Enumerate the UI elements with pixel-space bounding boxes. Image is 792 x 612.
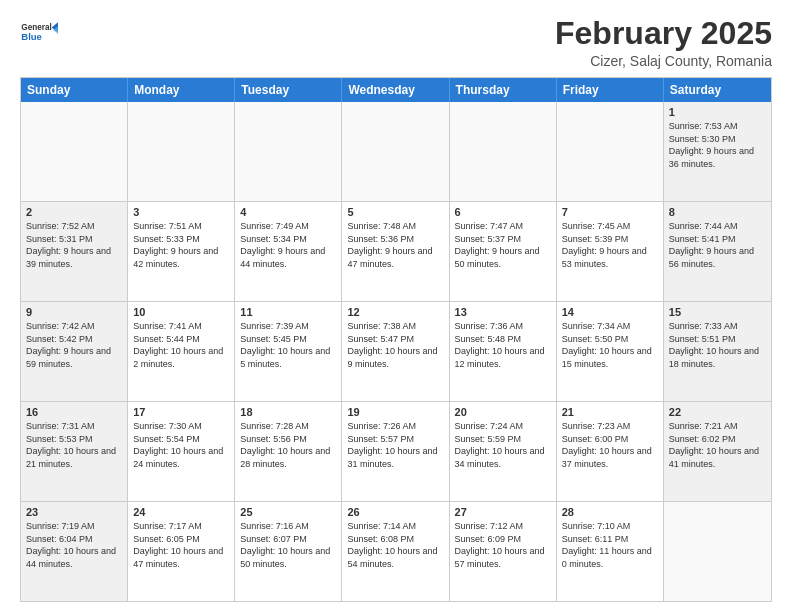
calendar-cell: 21Sunrise: 7:23 AM Sunset: 6:00 PM Dayli… xyxy=(557,402,664,501)
day-info: Sunrise: 7:14 AM Sunset: 6:08 PM Dayligh… xyxy=(347,520,443,570)
calendar-cell: 7Sunrise: 7:45 AM Sunset: 5:39 PM Daylig… xyxy=(557,202,664,301)
calendar-cell: 19Sunrise: 7:26 AM Sunset: 5:57 PM Dayli… xyxy=(342,402,449,501)
day-number: 5 xyxy=(347,206,443,218)
day-number: 23 xyxy=(26,506,122,518)
calendar-cell: 4Sunrise: 7:49 AM Sunset: 5:34 PM Daylig… xyxy=(235,202,342,301)
calendar-cell xyxy=(664,502,771,601)
header-day-monday: Monday xyxy=(128,78,235,102)
calendar-cell xyxy=(21,102,128,201)
calendar-cell: 8Sunrise: 7:44 AM Sunset: 5:41 PM Daylig… xyxy=(664,202,771,301)
calendar-cell: 25Sunrise: 7:16 AM Sunset: 6:07 PM Dayli… xyxy=(235,502,342,601)
calendar: SundayMondayTuesdayWednesdayThursdayFrid… xyxy=(20,77,772,602)
calendar-cell xyxy=(450,102,557,201)
logo: General Blue xyxy=(20,16,58,54)
calendar-cell xyxy=(128,102,235,201)
day-info: Sunrise: 7:52 AM Sunset: 5:31 PM Dayligh… xyxy=(26,220,122,270)
calendar-cell: 15Sunrise: 7:33 AM Sunset: 5:51 PM Dayli… xyxy=(664,302,771,401)
day-info: Sunrise: 7:30 AM Sunset: 5:54 PM Dayligh… xyxy=(133,420,229,470)
day-info: Sunrise: 7:31 AM Sunset: 5:53 PM Dayligh… xyxy=(26,420,122,470)
day-info: Sunrise: 7:10 AM Sunset: 6:11 PM Dayligh… xyxy=(562,520,658,570)
day-number: 6 xyxy=(455,206,551,218)
header-day-tuesday: Tuesday xyxy=(235,78,342,102)
calendar-cell: 22Sunrise: 7:21 AM Sunset: 6:02 PM Dayli… xyxy=(664,402,771,501)
day-number: 19 xyxy=(347,406,443,418)
day-number: 24 xyxy=(133,506,229,518)
calendar-cell: 27Sunrise: 7:12 AM Sunset: 6:09 PM Dayli… xyxy=(450,502,557,601)
day-info: Sunrise: 7:48 AM Sunset: 5:36 PM Dayligh… xyxy=(347,220,443,270)
day-number: 28 xyxy=(562,506,658,518)
day-info: Sunrise: 7:12 AM Sunset: 6:09 PM Dayligh… xyxy=(455,520,551,570)
calendar-cell: 18Sunrise: 7:28 AM Sunset: 5:56 PM Dayli… xyxy=(235,402,342,501)
calendar-cell: 5Sunrise: 7:48 AM Sunset: 5:36 PM Daylig… xyxy=(342,202,449,301)
day-info: Sunrise: 7:17 AM Sunset: 6:05 PM Dayligh… xyxy=(133,520,229,570)
calendar-cell xyxy=(557,102,664,201)
calendar-header: SundayMondayTuesdayWednesdayThursdayFrid… xyxy=(21,78,771,102)
calendar-row-0: 1Sunrise: 7:53 AM Sunset: 5:30 PM Daylig… xyxy=(21,102,771,202)
day-info: Sunrise: 7:33 AM Sunset: 5:51 PM Dayligh… xyxy=(669,320,766,370)
calendar-cell: 28Sunrise: 7:10 AM Sunset: 6:11 PM Dayli… xyxy=(557,502,664,601)
calendar-cell: 23Sunrise: 7:19 AM Sunset: 6:04 PM Dayli… xyxy=(21,502,128,601)
calendar-row-3: 16Sunrise: 7:31 AM Sunset: 5:53 PM Dayli… xyxy=(21,402,771,502)
day-number: 18 xyxy=(240,406,336,418)
day-info: Sunrise: 7:38 AM Sunset: 5:47 PM Dayligh… xyxy=(347,320,443,370)
calendar-cell: 9Sunrise: 7:42 AM Sunset: 5:42 PM Daylig… xyxy=(21,302,128,401)
calendar-cell: 26Sunrise: 7:14 AM Sunset: 6:08 PM Dayli… xyxy=(342,502,449,601)
day-number: 9 xyxy=(26,306,122,318)
header-day-thursday: Thursday xyxy=(450,78,557,102)
calendar-row-1: 2Sunrise: 7:52 AM Sunset: 5:31 PM Daylig… xyxy=(21,202,771,302)
day-number: 16 xyxy=(26,406,122,418)
day-number: 2 xyxy=(26,206,122,218)
location: Cizer, Salaj County, Romania xyxy=(555,53,772,69)
calendar-cell: 2Sunrise: 7:52 AM Sunset: 5:31 PM Daylig… xyxy=(21,202,128,301)
day-info: Sunrise: 7:34 AM Sunset: 5:50 PM Dayligh… xyxy=(562,320,658,370)
day-number: 14 xyxy=(562,306,658,318)
day-info: Sunrise: 7:51 AM Sunset: 5:33 PM Dayligh… xyxy=(133,220,229,270)
day-number: 26 xyxy=(347,506,443,518)
logo-icon: General Blue xyxy=(20,16,58,54)
calendar-cell: 17Sunrise: 7:30 AM Sunset: 5:54 PM Dayli… xyxy=(128,402,235,501)
day-number: 17 xyxy=(133,406,229,418)
header-day-sunday: Sunday xyxy=(21,78,128,102)
day-number: 3 xyxy=(133,206,229,218)
day-number: 11 xyxy=(240,306,336,318)
header: General Blue February 2025 Cizer, Salaj … xyxy=(20,16,772,69)
day-info: Sunrise: 7:41 AM Sunset: 5:44 PM Dayligh… xyxy=(133,320,229,370)
day-number: 22 xyxy=(669,406,766,418)
day-info: Sunrise: 7:49 AM Sunset: 5:34 PM Dayligh… xyxy=(240,220,336,270)
calendar-row-4: 23Sunrise: 7:19 AM Sunset: 6:04 PM Dayli… xyxy=(21,502,771,601)
day-info: Sunrise: 7:44 AM Sunset: 5:41 PM Dayligh… xyxy=(669,220,766,270)
day-number: 12 xyxy=(347,306,443,318)
calendar-cell: 12Sunrise: 7:38 AM Sunset: 5:47 PM Dayli… xyxy=(342,302,449,401)
calendar-cell: 24Sunrise: 7:17 AM Sunset: 6:05 PM Dayli… xyxy=(128,502,235,601)
title-block: February 2025 Cizer, Salaj County, Roman… xyxy=(555,16,772,69)
calendar-cell: 13Sunrise: 7:36 AM Sunset: 5:48 PM Dayli… xyxy=(450,302,557,401)
calendar-cell: 11Sunrise: 7:39 AM Sunset: 5:45 PM Dayli… xyxy=(235,302,342,401)
day-info: Sunrise: 7:53 AM Sunset: 5:30 PM Dayligh… xyxy=(669,120,766,170)
day-info: Sunrise: 7:23 AM Sunset: 6:00 PM Dayligh… xyxy=(562,420,658,470)
calendar-cell: 6Sunrise: 7:47 AM Sunset: 5:37 PM Daylig… xyxy=(450,202,557,301)
month-title: February 2025 xyxy=(555,16,772,51)
calendar-cell: 1Sunrise: 7:53 AM Sunset: 5:30 PM Daylig… xyxy=(664,102,771,201)
svg-text:Blue: Blue xyxy=(21,31,42,42)
day-number: 25 xyxy=(240,506,336,518)
day-number: 10 xyxy=(133,306,229,318)
calendar-cell xyxy=(235,102,342,201)
header-day-saturday: Saturday xyxy=(664,78,771,102)
day-number: 21 xyxy=(562,406,658,418)
header-day-friday: Friday xyxy=(557,78,664,102)
day-number: 15 xyxy=(669,306,766,318)
day-info: Sunrise: 7:16 AM Sunset: 6:07 PM Dayligh… xyxy=(240,520,336,570)
calendar-cell: 10Sunrise: 7:41 AM Sunset: 5:44 PM Dayli… xyxy=(128,302,235,401)
calendar-cell: 16Sunrise: 7:31 AM Sunset: 5:53 PM Dayli… xyxy=(21,402,128,501)
day-number: 7 xyxy=(562,206,658,218)
day-number: 8 xyxy=(669,206,766,218)
day-info: Sunrise: 7:19 AM Sunset: 6:04 PM Dayligh… xyxy=(26,520,122,570)
calendar-cell xyxy=(342,102,449,201)
day-number: 27 xyxy=(455,506,551,518)
day-number: 20 xyxy=(455,406,551,418)
calendar-body: 1Sunrise: 7:53 AM Sunset: 5:30 PM Daylig… xyxy=(21,102,771,601)
day-number: 13 xyxy=(455,306,551,318)
day-info: Sunrise: 7:45 AM Sunset: 5:39 PM Dayligh… xyxy=(562,220,658,270)
header-day-wednesday: Wednesday xyxy=(342,78,449,102)
day-info: Sunrise: 7:47 AM Sunset: 5:37 PM Dayligh… xyxy=(455,220,551,270)
